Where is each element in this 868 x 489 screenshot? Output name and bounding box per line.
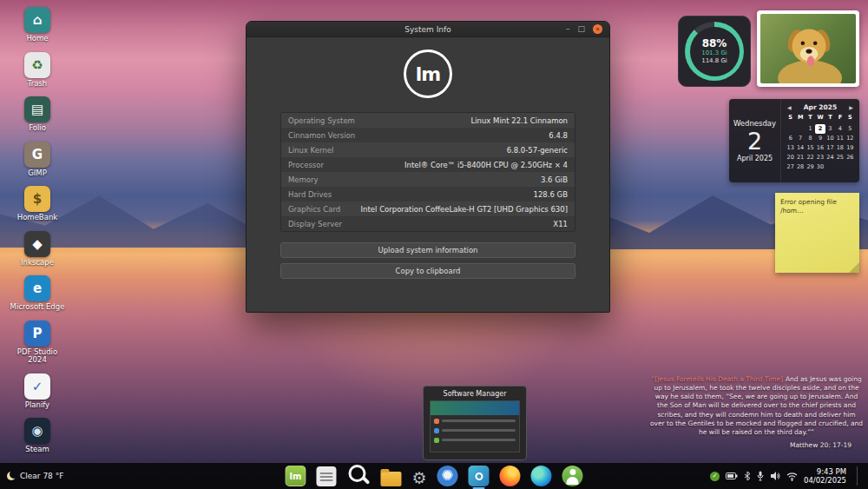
calendar-day-cell[interactable]: 15 — [806, 143, 815, 153]
calendar-day-cell[interactable]: 9 — [815, 134, 825, 143]
sticky-note-text: Error opening file /hom… — [780, 198, 854, 215]
calendar-day-cell[interactable]: 14 — [795, 143, 805, 153]
thumbnail-row — [434, 426, 516, 434]
calendar-day-cell[interactable]: 22 — [806, 153, 815, 162]
calendar-day-cell[interactable]: 3 — [825, 124, 835, 134]
calendar-day-cell[interactable]: 28 — [795, 162, 805, 172]
system-info-row-value: 128.6 GB — [534, 190, 568, 199]
bluetooth-icon[interactable] — [744, 471, 751, 481]
calendar-day-cell[interactable]: 4 — [835, 124, 845, 134]
calendar-day-cell[interactable]: 1 — [806, 124, 815, 134]
calendar-day-cell[interactable] — [795, 124, 805, 134]
calendar-day-cell[interactable]: 30 — [815, 162, 825, 172]
calendar-day-cell[interactable]: 23 — [815, 153, 825, 162]
calendar-day-cell[interactable] — [786, 124, 795, 134]
calendar-day-cell[interactable]: 17 — [825, 143, 835, 153]
disk-usage-free: 101.3 Gi — [701, 50, 727, 57]
calendar-day-cell[interactable]: 20 — [786, 153, 795, 162]
calendar-day-cell[interactable]: 27 — [786, 162, 795, 172]
desktop-icon[interactable]: ⌂ Home — [9, 7, 66, 43]
firefox-icon[interactable] — [500, 466, 521, 486]
user-icon[interactable] — [562, 466, 583, 486]
clock-applet[interactable]: 9:43 PM 04/02/2025 — [804, 467, 846, 485]
desktop-icon[interactable]: ✓ Planify — [9, 373, 66, 410]
desktop-icon[interactable]: ◉ Steam — [9, 418, 66, 454]
maximize-button[interactable]: □ — [577, 25, 585, 33]
calendar-weekday: M — [795, 113, 805, 122]
window-title: System Info — [247, 25, 609, 34]
desktop-icon[interactable]: ♻ Trash — [9, 52, 66, 89]
calendar-day-cell[interactable]: 7 — [795, 134, 805, 143]
calendar-day-cell[interactable]: 11 — [835, 134, 845, 143]
desktop-icon-label: Folio — [29, 124, 46, 133]
calendar-day-cell[interactable]: 2 — [815, 124, 825, 134]
calendar-day-cell[interactable] — [845, 162, 855, 172]
sticky-note-widget[interactable]: Error opening file /hom… — [775, 193, 859, 273]
desktop-icon[interactable]: G GIMP — [9, 142, 66, 178]
show-desktop-button[interactable] — [857, 466, 861, 486]
volume-icon[interactable] — [770, 471, 780, 481]
system-info-table: Operating System Linux Mint 22.1 Cinnamo… — [280, 112, 575, 232]
taskbar: Clear 78 °F lm ⚙ ✓ — [0, 463, 868, 489]
desktop-icon-label: GIMP — [28, 169, 47, 178]
disk-usage-ring: 88% 101.3 Gi 114.8 Gi — [685, 22, 744, 81]
calendar-header-label: Apr 2025 — [804, 103, 837, 111]
network-icon[interactable] — [786, 472, 798, 481]
app-icon: ♻ — [24, 52, 50, 78]
magnifier-glyph — [346, 463, 370, 486]
search-icon[interactable] — [346, 463, 370, 486]
calendar-day-cell[interactable]: 13 — [786, 143, 795, 153]
system-info-button[interactable]: Upload system information — [280, 242, 575, 258]
calendar-weekday: T — [806, 113, 815, 122]
settings-gear-icon[interactable]: ⚙ — [411, 470, 426, 486]
desktop-icon[interactable]: P PDF Studio 2024 — [9, 320, 66, 365]
desktop-icon[interactable]: ◆ Inkscape — [9, 231, 66, 268]
folder-icon[interactable] — [380, 472, 401, 486]
calendar-day-cell[interactable]: 12 — [845, 134, 855, 143]
calendar-day-cell[interactable]: 25 — [835, 153, 845, 162]
mint-logo-glyph: lm — [285, 466, 306, 486]
edge-icon[interactable] — [531, 466, 552, 486]
chromium-icon[interactable] — [437, 466, 458, 486]
close-button[interactable]: ✕ — [593, 24, 602, 34]
calendar-day-number: 2 — [747, 129, 762, 153]
battery-icon[interactable] — [726, 472, 738, 480]
desktop-icon[interactable]: ▤ Folio — [9, 96, 66, 133]
disk-usage-percent: 88% — [702, 38, 727, 50]
calendar-day-cell[interactable]: 18 — [835, 143, 845, 153]
calendar-day-name: Wednesday — [733, 119, 776, 128]
calendar-day-cell[interactable]: 24 — [825, 153, 835, 162]
system-info-row-value: Linux Mint 22.1 Cinnamon — [471, 116, 569, 125]
window-titlebar[interactable]: System Info – □ ✕ — [247, 22, 609, 37]
files-icon[interactable] — [316, 466, 336, 486]
mint-menu-icon[interactable]: lm — [285, 466, 306, 486]
calendar-day-cell[interactable]: 16 — [815, 143, 825, 153]
calendar-day-cell[interactable]: 6 — [786, 134, 795, 143]
software-manager-icon[interactable] — [469, 466, 490, 486]
minimize-button[interactable]: – — [566, 25, 570, 33]
window-preview-software-manager[interactable]: Software Manager — [423, 386, 527, 460]
calendar-day-cell[interactable] — [835, 162, 845, 172]
updates-check-icon[interactable]: ✓ — [710, 472, 720, 481]
calendar-day-cell[interactable] — [825, 162, 835, 172]
calendar-day-cell[interactable]: 21 — [795, 153, 805, 162]
calendar-day-cell[interactable]: 29 — [806, 162, 815, 172]
verse-body: And as Jesus was going up to Jerusalem, … — [650, 375, 863, 436]
calendar-day-cell[interactable]: 10 — [825, 134, 835, 143]
system-info-row-value: 6.4.8 — [549, 131, 568, 140]
calendar-day-cell[interactable]: 19 — [845, 143, 855, 153]
software-manager-glyph — [469, 466, 490, 486]
calendar-day-cell[interactable]: 5 — [845, 124, 855, 134]
calendar-next-icon[interactable]: ▶ — [849, 104, 853, 110]
weather-applet[interactable]: Clear 78 °F — [7, 472, 63, 480]
app-icon: ⌂ — [24, 7, 50, 33]
calendar-day-cell[interactable]: 8 — [806, 134, 815, 143]
calendar-day-cell[interactable]: 26 — [845, 153, 855, 162]
desktop-icon[interactable]: $ HomeBank — [9, 186, 66, 222]
verse-reference: Matthew 20: 17-19 — [649, 441, 864, 450]
system-info-button[interactable]: Copy to clipboard — [280, 263, 575, 279]
calendar-prev-icon[interactable]: ◀ — [787, 104, 792, 110]
desktop-icon[interactable]: e Microsoft Edge — [9, 275, 66, 312]
microphone-icon[interactable] — [757, 471, 764, 481]
clock-date: 04/02/2025 — [804, 476, 846, 485]
